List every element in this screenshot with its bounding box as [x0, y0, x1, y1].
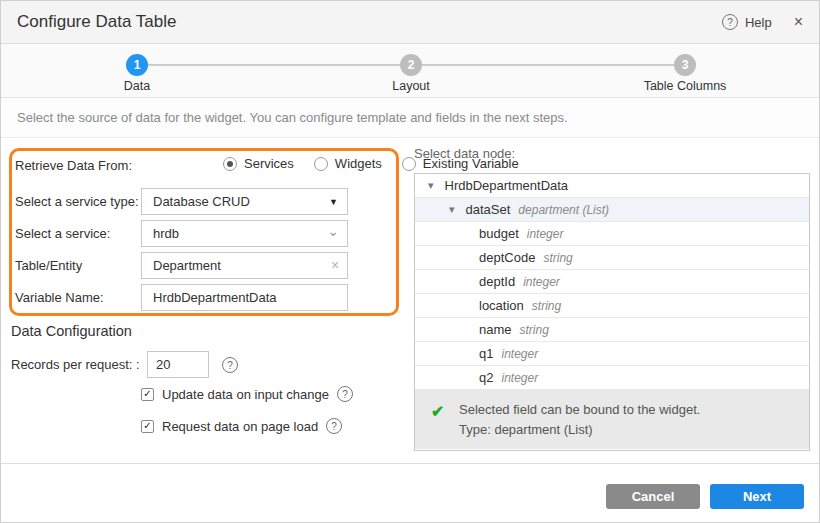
update-data-help-icon[interactable]: ? [337, 386, 353, 402]
records-per-request-input[interactable] [147, 351, 209, 378]
field-type: string [520, 323, 549, 337]
update-data-checkbox[interactable]: ✓ [141, 388, 154, 401]
tree-dataset-type: department (List) [518, 203, 609, 217]
field-name: q2 [479, 370, 493, 385]
data-configuration-heading: Data Configuration [11, 323, 132, 339]
caret-down-icon[interactable]: ▾ [428, 179, 434, 192]
field-name: q1 [479, 346, 493, 361]
step-1-circle[interactable]: 1 [126, 54, 148, 76]
chevron-down-icon: ⌄ [327, 223, 339, 239]
service-label: Select a service: [15, 226, 110, 241]
field-name: name [479, 322, 512, 337]
tree-node-root[interactable]: ▾ HrdbDepartmentData [415, 174, 809, 198]
field-type: string [532, 299, 561, 313]
step-description: Select the source of data for the widget… [1, 98, 819, 138]
close-icon[interactable]: × [794, 14, 803, 30]
binding-message-line1: Selected field can be bound to the widge… [459, 400, 799, 420]
cancel-button[interactable]: Cancel [606, 484, 700, 509]
field-type: integer [527, 227, 564, 241]
step-3-label: Table Columns [615, 79, 755, 93]
step-3-circle[interactable]: 3 [674, 54, 696, 76]
service-type-select[interactable]: Database CRUD ▼ [141, 188, 348, 215]
variable-name-input[interactable] [141, 284, 348, 311]
field-type: integer [501, 347, 538, 361]
radio-widgets-icon[interactable] [314, 157, 328, 171]
update-data-checkbox-row: ✓ Update data on input change ? [141, 386, 353, 402]
tree-root-label: HrdbDepartmentData [445, 178, 569, 193]
field-type: string [543, 251, 572, 265]
help-label: Help [745, 15, 772, 30]
request-data-checkbox-row: ✓ Request data on page load ? [141, 418, 342, 434]
dialog-footer: Cancel Next [1, 463, 819, 522]
request-data-checkbox[interactable]: ✓ [141, 420, 154, 433]
radio-services-icon[interactable] [223, 157, 237, 171]
field-name: budget [479, 226, 519, 241]
radio-widgets-label: Widgets [335, 156, 382, 171]
tree-node-dataset[interactable]: ▾ dataSet department (List) [415, 198, 809, 222]
help-button[interactable]: ? Help [722, 14, 772, 30]
tree-node-field[interactable]: budget integer [415, 222, 809, 246]
service-value: hrdb [153, 226, 179, 241]
tree-node-field[interactable]: q1 integer [415, 342, 809, 366]
request-data-help-icon[interactable]: ? [326, 418, 342, 434]
tree-node-field[interactable]: name string [415, 318, 809, 342]
field-name: deptCode [479, 250, 535, 265]
records-help-icon[interactable]: ? [222, 357, 238, 373]
select-data-node-heading: Select data node: [414, 146, 515, 161]
field-name: location [479, 298, 524, 313]
next-button[interactable]: Next [710, 484, 804, 509]
dropdown-arrow-icon: ▼ [329, 197, 338, 207]
dialog-title: Configure Data Table [17, 12, 722, 32]
tree-node-field[interactable]: q2 integer [415, 366, 809, 390]
check-icon: ✔ [431, 402, 444, 422]
tree-dataset-label: dataSet [466, 202, 511, 217]
update-data-label: Update data on input change [162, 387, 329, 402]
data-node-tree: ▾ HrdbDepartmentData ▾ dataSet departmen… [414, 173, 810, 451]
step-2-label: Layout [341, 79, 481, 93]
tree-node-field[interactable]: deptId integer [415, 270, 809, 294]
binding-message-line2: Type: department (List) [459, 420, 799, 440]
step-1-label: Data [67, 79, 207, 93]
service-select[interactable]: hrdb ⌄ [141, 220, 348, 247]
radio-services[interactable]: Services [223, 156, 294, 171]
records-per-request-label: Records per request: : [11, 357, 140, 372]
field-type: integer [501, 371, 538, 385]
stepper-connector-2 [422, 64, 674, 66]
service-type-label: Select a service type: [15, 194, 139, 209]
variable-name-label: Variable Name: [15, 290, 104, 305]
tree-node-field[interactable]: location string [415, 294, 809, 318]
field-type: integer [523, 275, 560, 289]
radio-widgets[interactable]: Widgets [314, 156, 382, 171]
wizard-stepper: 1 2 3 Data Layout Table Columns [1, 44, 819, 98]
stepper-connector-1 [148, 64, 400, 66]
request-data-label: Request data on page load [162, 419, 318, 434]
radio-services-label: Services [244, 156, 294, 171]
title-bar: Configure Data Table ? Help × [1, 1, 819, 44]
caret-down-icon[interactable]: ▾ [449, 203, 455, 216]
configure-data-table-dialog: Configure Data Table ? Help × 1 2 3 Data… [0, 0, 820, 523]
service-type-value: Database CRUD [153, 194, 250, 209]
binding-status-message: ✔ Selected field can be bound to the wid… [415, 390, 809, 449]
tree-node-field[interactable]: deptCode string [415, 246, 809, 270]
clear-icon[interactable]: × [331, 257, 339, 273]
table-entity-label: Table/Entity [15, 258, 82, 273]
main-content: Retrieve Data From: Services Widgets Exi… [1, 138, 819, 463]
retrieve-data-from-label: Retrieve Data From: [15, 158, 132, 173]
table-entity-input[interactable] [141, 252, 348, 279]
step-2-circle[interactable]: 2 [400, 54, 422, 76]
field-name: deptId [479, 274, 515, 289]
help-icon: ? [722, 14, 738, 30]
